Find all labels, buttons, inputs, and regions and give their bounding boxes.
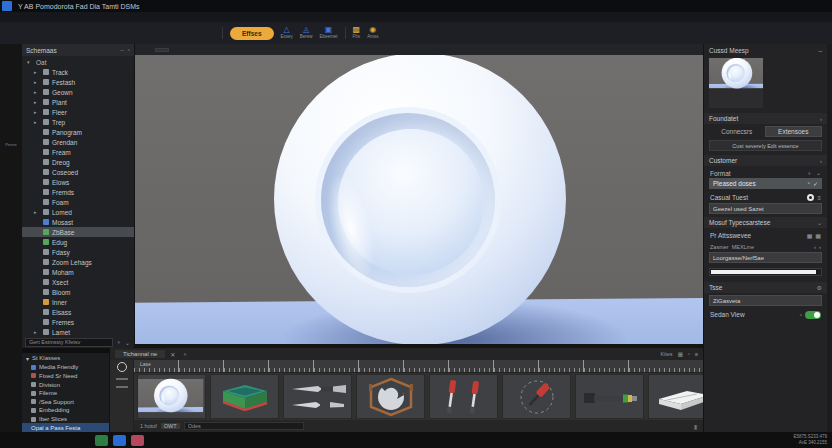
caret-down-icon[interactable]: ⌄	[816, 169, 821, 178]
format-selected-item[interactable]: Pleased doses ▫ ✓	[709, 178, 822, 189]
edit-essence-button[interactable]: Cust severely Edit essence	[709, 140, 822, 151]
tree-item[interactable]: ▸ Edug	[22, 237, 134, 247]
bell-icon[interactable]: ◬ Berew	[300, 26, 313, 40]
box-icon[interactable]: ▫	[808, 180, 810, 187]
tree-root-item[interactable]: ▾ Oat	[22, 57, 134, 67]
gear-icon[interactable]: ⚙	[817, 284, 822, 291]
prism-icon[interactable]: △ Exsey	[281, 26, 293, 40]
caret-down-icon[interactable]: ⌄	[124, 339, 131, 346]
tree-item[interactable]: ▸ Zoom Lehags	[22, 257, 134, 267]
transform-section-header[interactable]: Mosuf Typecsarstese ⌄	[704, 217, 827, 228]
name-field[interactable]	[709, 203, 822, 214]
magnifier-icon[interactable]	[117, 362, 127, 372]
tab-connections[interactable]: Connecsrs	[709, 128, 765, 135]
tree-item[interactable]: ▸ Xsect	[22, 277, 134, 287]
tree-item[interactable]: ▸ Elsass	[22, 307, 134, 317]
value-slider[interactable]	[709, 268, 822, 276]
chevron-right-icon[interactable]: ▸	[34, 109, 40, 115]
menu-icon[interactable]: ≡	[817, 195, 821, 201]
section-item[interactable]: Iber Slices	[22, 415, 109, 424]
timeline-thumb-painted-box[interactable]	[210, 374, 279, 419]
section-item[interactable]: Media Friendly	[22, 363, 109, 372]
camera-icon[interactable]: ▫	[800, 312, 802, 318]
tree-item[interactable]: ▸ Inner	[22, 297, 134, 307]
tree-item[interactable]: ▸ Bloom	[22, 287, 134, 297]
mode-right-label[interactable]: MEXLine	[732, 244, 754, 250]
chevron-down-icon[interactable]: ▾	[27, 59, 33, 65]
chevron-right-icon[interactable]: ▸	[34, 119, 40, 125]
tree-item[interactable]: ▸ Fdasy	[22, 247, 134, 257]
globe-icon[interactable]: ◉ Amss	[367, 26, 378, 40]
tree-item[interactable]: ▸ Lamet	[22, 327, 134, 336]
timeline-thumb-screwdriver-dial[interactable]	[502, 374, 571, 419]
list-view-icon[interactable]: ≡	[695, 351, 698, 357]
sections-header[interactable]: ▾ St Klasses	[22, 353, 109, 363]
misc-section-header[interactable]: Tsse ⚙	[704, 282, 827, 293]
customer-section-header[interactable]: Customer ›	[704, 155, 827, 166]
tree-item[interactable]: ▸ Foam	[22, 197, 134, 207]
section-item[interactable]: /Sea Support	[22, 398, 109, 407]
grid-icon[interactable]: ▦	[815, 232, 821, 239]
tree-item[interactable]: ▸ Plant	[22, 97, 134, 107]
tree-item[interactable]: ▸ Geown	[22, 87, 134, 97]
minimize-icon[interactable]: –	[818, 47, 822, 54]
section-item[interactable]: Embedding	[22, 406, 109, 415]
tree-item[interactable]: ▸ Panogram	[22, 127, 134, 137]
tab-extensions[interactable]: Extensoes	[765, 126, 823, 137]
calendar-icon[interactable]	[77, 435, 90, 446]
viewport-tab[interactable]	[155, 48, 169, 52]
record-ring-icon[interactable]	[807, 194, 814, 201]
chat-icon[interactable]	[5, 435, 18, 446]
mode-left-label[interactable]: Zasmer	[710, 244, 729, 250]
timeline-thumb-knife-pair[interactable]	[283, 374, 352, 419]
tree-item[interactable]: ▸ Mosast	[22, 217, 134, 227]
timeline-thumb-wrench[interactable]	[575, 374, 644, 419]
path-field[interactable]	[709, 252, 822, 263]
primary-action-button[interactable]: Effses	[230, 27, 274, 40]
section-item[interactable]: Fileme	[22, 389, 109, 398]
people-icon[interactable]	[59, 435, 72, 446]
footer-field[interactable]	[184, 422, 304, 430]
preset-field[interactable]	[709, 295, 822, 306]
grid-icon[interactable]: ▦	[807, 232, 813, 239]
section-item[interactable]: Fixed Sr Need	[22, 372, 109, 381]
arrow-right-icon[interactable]: ›	[819, 244, 821, 250]
filter-input[interactable]	[25, 338, 113, 347]
timeline-thumb-screwdriver-pair[interactable]	[429, 374, 498, 419]
chevron-right-icon[interactable]: ▸	[34, 209, 40, 215]
sedan-view-toggle[interactable]	[805, 311, 821, 319]
minimize-icon[interactable]: –	[121, 47, 124, 53]
viewport-tab[interactable]	[140, 49, 152, 51]
chevron-right-icon[interactable]: ▸	[34, 79, 40, 85]
timeline-thumb-sphere-scene[interactable]	[137, 374, 206, 419]
tree-item[interactable]: ▸ Track	[22, 67, 134, 77]
arrow-left-icon[interactable]: ‹	[814, 244, 816, 250]
timeline-thumb-framed-sphere[interactable]	[356, 374, 425, 419]
chevron-right-icon[interactable]: ▸	[34, 329, 40, 335]
tree-item[interactable]: ▸ Coseoed	[22, 167, 134, 177]
tree-item[interactable]: ▸ ZbBase	[22, 227, 134, 237]
viewport-canvas[interactable]	[135, 55, 703, 344]
tree-item[interactable]: ▸ Moham	[22, 267, 134, 277]
sheets-icon[interactable]	[95, 435, 108, 446]
chevron-right-icon[interactable]: ▸	[34, 89, 40, 95]
restore-icon[interactable]: ▫	[128, 47, 130, 53]
clock-icon[interactable]	[41, 435, 54, 446]
add-icon[interactable]: ＋	[115, 338, 122, 347]
gutter-handle[interactable]	[116, 386, 128, 388]
tree-item[interactable]: ▸ Festash	[22, 77, 134, 87]
cube-icon[interactable]: ▣ Ebeemet	[320, 26, 338, 40]
close-icon[interactable]: ✕	[168, 351, 177, 358]
tree-item[interactable]: ▸ Dreog	[22, 157, 134, 167]
add-tab-icon[interactable]: ＋	[180, 350, 189, 359]
photos-icon[interactable]	[131, 435, 144, 446]
section-selected-item[interactable]: Opal a Pass Festa	[22, 423, 109, 432]
tree-item[interactable]: ▸ Elows	[22, 177, 134, 187]
chevron-right-icon[interactable]: ▸	[34, 99, 40, 105]
car-icon[interactable]	[23, 435, 36, 446]
material-preview[interactable]	[709, 58, 763, 108]
folder-icon[interactable]: ▩ Fhs	[353, 26, 361, 40]
gutter-handle[interactable]	[116, 378, 128, 380]
timeline-tab[interactable]: Tichannal ne	[115, 350, 165, 358]
check-icon[interactable]: ✓	[813, 180, 818, 187]
